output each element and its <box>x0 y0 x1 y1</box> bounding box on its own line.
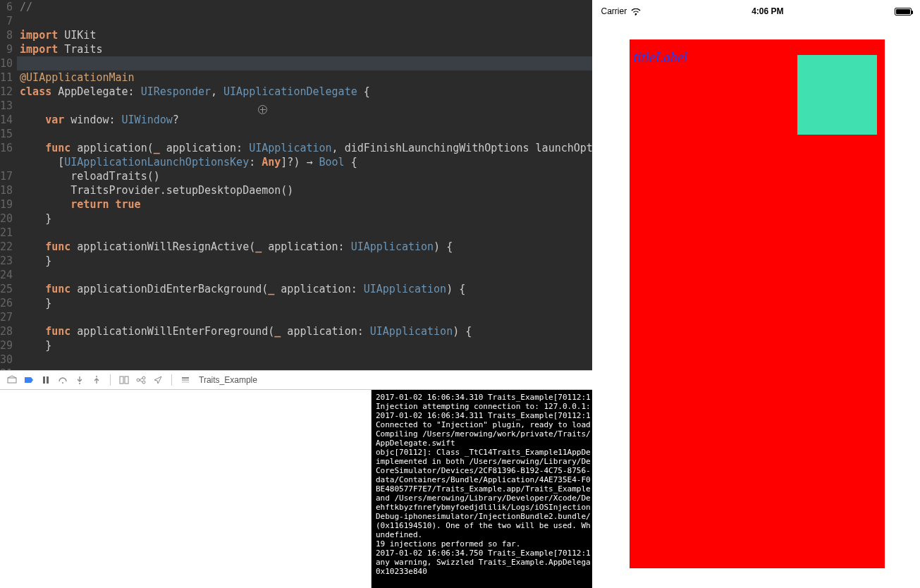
svg-point-10 <box>142 381 145 384</box>
carrier-label: Carrier <box>601 6 627 16</box>
caret-indicator-icon <box>258 105 267 114</box>
code-line[interactable]: reloadTraits() <box>17 169 592 183</box>
svg-rect-11 <box>182 377 189 379</box>
line-number: 17 <box>0 169 13 183</box>
code-line[interactable]: func applicationWillResignActive(_ appli… <box>17 240 592 254</box>
line-number: 19 <box>0 197 13 212</box>
code-line[interactable]: class AppDelegate: UIResponder, UIApplic… <box>17 85 592 99</box>
line-number: 25 <box>0 282 13 296</box>
code-line[interactable] <box>17 127 592 141</box>
svg-rect-1 <box>43 376 45 384</box>
toggle-debug-icon[interactable] <box>6 374 18 386</box>
line-number: 31 <box>0 367 13 370</box>
line-number: 22 <box>0 240 13 254</box>
code-line[interactable] <box>17 310 592 324</box>
console-output[interactable]: 2017-01-02 16:06:34.310 Traits_Example[7… <box>372 390 592 588</box>
svg-point-8 <box>137 379 140 381</box>
process-name[interactable]: Traits_Example <box>199 375 257 385</box>
svg-rect-0 <box>8 378 16 383</box>
line-number: 26 <box>0 296 13 310</box>
code-line[interactable]: func applicationWillEnterForeground(_ ap… <box>17 324 592 338</box>
status-bar: Carrier 4:06 PM <box>597 4 916 18</box>
code-line[interactable]: @UIApplicationMain <box>17 71 592 85</box>
line-number: 6 <box>0 0 13 14</box>
svg-rect-7 <box>125 376 128 384</box>
line-number: 10 <box>0 56 13 71</box>
line-number: 8 <box>0 28 13 42</box>
line-number: 24 <box>0 268 13 282</box>
code-line[interactable] <box>17 99 592 113</box>
battery-icon <box>895 8 912 16</box>
line-number: 27 <box>0 310 13 324</box>
breakpoint-icon[interactable] <box>23 374 35 386</box>
code-line[interactable]: } <box>17 296 592 310</box>
code-line[interactable] <box>17 353 592 367</box>
line-number: 13 <box>0 99 13 113</box>
code-line[interactable]: [UIApplicationLaunchOptionsKey: Any]?) →… <box>17 155 592 169</box>
step-in-icon[interactable] <box>73 374 86 386</box>
code-line[interactable]: TraitsProvider.setupDesktopDaemon() <box>17 183 592 197</box>
line-number: 7 <box>0 14 13 28</box>
line-number: 29 <box>0 338 13 353</box>
line-number: 12 <box>0 85 13 99</box>
ios-simulator: Carrier 4:06 PM titleLabel <box>597 4 916 582</box>
line-number: 23 <box>0 254 13 268</box>
line-number: 28 <box>0 324 13 338</box>
code-line[interactable]: func applicationDidEnterBackground(_ app… <box>17 282 592 296</box>
code-line[interactable]: // <box>17 0 592 14</box>
title-label: titleLabel <box>634 49 688 66</box>
line-number: 30 <box>0 353 13 367</box>
code-line[interactable]: func application(_ application: UIApplic… <box>17 141 592 155</box>
location-icon[interactable] <box>152 374 164 386</box>
svg-rect-2 <box>47 376 49 384</box>
code-line[interactable] <box>17 14 592 28</box>
code-line[interactable]: return true <box>17 197 592 212</box>
code-line[interactable]: var window: UIWindow? <box>17 113 592 127</box>
code-line[interactable] <box>17 226 592 240</box>
line-gutter: 6789101112131415161718192021222324252627… <box>0 0 17 370</box>
svg-rect-13 <box>182 381 189 383</box>
svg-point-3 <box>62 382 63 384</box>
code-line[interactable] <box>17 268 592 282</box>
line-number: 21 <box>0 226 13 240</box>
stack-icon[interactable] <box>179 374 192 386</box>
clock-label: 4:06 PM <box>752 6 783 16</box>
wifi-icon <box>631 8 641 15</box>
app-root-view[interactable]: titleLabel <box>630 39 885 568</box>
line-number: 9 <box>0 42 13 56</box>
code-line[interactable]: } <box>17 338 592 353</box>
variables-view[interactable] <box>0 390 372 588</box>
svg-point-4 <box>79 383 80 384</box>
line-number: 20 <box>0 212 13 226</box>
code-line[interactable]: } <box>17 212 592 226</box>
svg-rect-12 <box>182 379 189 381</box>
code-line[interactable] <box>17 56 592 71</box>
code-body[interactable]: //import UIKitimport Traits@UIApplicatio… <box>17 0 592 370</box>
svg-rect-6 <box>120 376 123 384</box>
code-line[interactable]: import UIKit <box>17 28 592 42</box>
svg-point-14 <box>635 13 637 16</box>
code-line[interactable] <box>17 367 592 370</box>
svg-point-5 <box>96 376 97 377</box>
debug-bar: Traits_Example <box>0 370 592 390</box>
pause-icon[interactable] <box>39 374 52 386</box>
code-line[interactable]: } <box>17 254 592 268</box>
line-number <box>0 155 13 169</box>
code-line[interactable]: import Traits <box>17 42 592 56</box>
line-number: 14 <box>0 113 13 127</box>
step-out-icon[interactable] <box>90 374 103 386</box>
debug-view-icon[interactable] <box>118 374 130 386</box>
svg-point-9 <box>142 376 145 379</box>
green-box-view <box>797 55 877 135</box>
line-number: 18 <box>0 183 13 197</box>
line-number: 11 <box>0 71 13 85</box>
step-over-icon[interactable] <box>56 374 69 386</box>
line-number: 16 <box>0 141 13 155</box>
line-number: 15 <box>0 127 13 141</box>
memory-graph-icon[interactable] <box>135 374 147 386</box>
code-editor[interactable]: 6789101112131415161718192021222324252627… <box>0 0 592 370</box>
